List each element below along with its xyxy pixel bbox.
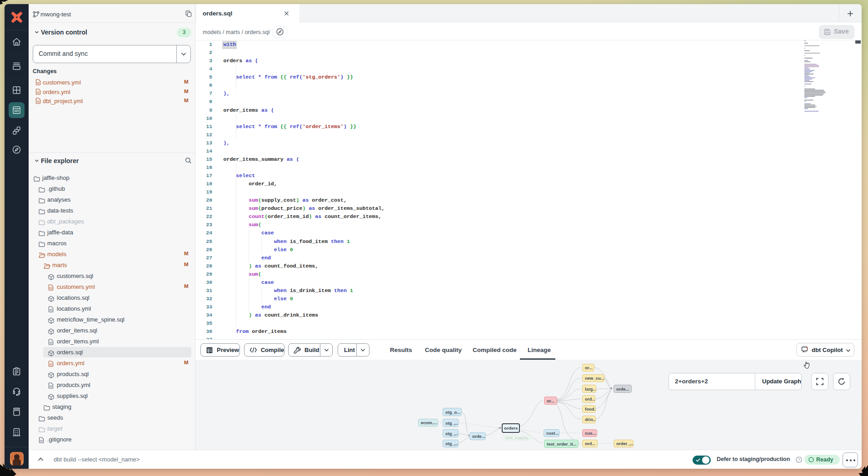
svg-text:?: ? <box>798 457 800 462</box>
